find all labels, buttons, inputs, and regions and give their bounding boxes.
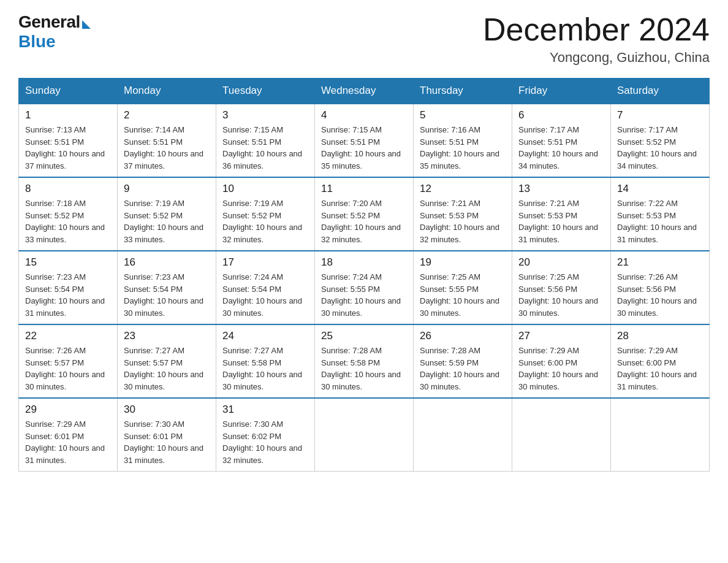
calendar-cell: 7 Sunrise: 7:17 AMSunset: 5:52 PMDayligh… [611, 104, 710, 177]
calendar-cell: 23 Sunrise: 7:27 AMSunset: 5:57 PMDaylig… [118, 324, 216, 398]
day-number: 28 [617, 330, 703, 342]
day-number: 29 [25, 404, 111, 416]
page-header: General Blue December 2024 Yongcong, Gui… [18, 12, 710, 66]
calendar-cell: 11 Sunrise: 7:20 AMSunset: 5:52 PMDaylig… [315, 177, 414, 251]
day-info: Sunrise: 7:15 AMSunset: 5:51 PMDaylight:… [321, 125, 401, 170]
calendar-cell [315, 398, 414, 472]
day-number: 14 [617, 183, 703, 195]
calendar-cell: 19 Sunrise: 7:25 AMSunset: 5:55 PMDaylig… [414, 251, 512, 324]
day-number: 15 [25, 256, 111, 269]
day-number: 16 [124, 256, 210, 269]
month-title: December 2024 [483, 12, 710, 47]
day-number: 12 [420, 183, 506, 195]
calendar-table: SundayMondayTuesdayWednesdayThursdayFrid… [18, 78, 710, 472]
day-info: Sunrise: 7:24 AMSunset: 5:54 PMDaylight:… [222, 272, 302, 318]
calendar-cell: 12 Sunrise: 7:21 AMSunset: 5:53 PMDaylig… [414, 177, 512, 251]
day-info: Sunrise: 7:17 AMSunset: 5:52 PMDaylight:… [617, 125, 697, 170]
day-info: Sunrise: 7:24 AMSunset: 5:55 PMDaylight:… [321, 272, 401, 318]
day-info: Sunrise: 7:29 AMSunset: 6:00 PMDaylight:… [617, 346, 697, 391]
day-info: Sunrise: 7:30 AMSunset: 6:01 PMDaylight:… [124, 419, 203, 465]
day-number: 8 [25, 183, 111, 195]
day-info: Sunrise: 7:21 AMSunset: 5:53 PMDaylight:… [420, 199, 499, 244]
day-info: Sunrise: 7:29 AMSunset: 6:00 PMDaylight:… [518, 346, 598, 391]
day-number: 11 [321, 183, 407, 195]
calendar-cell: 10 Sunrise: 7:19 AMSunset: 5:52 PMDaylig… [216, 177, 315, 251]
day-info: Sunrise: 7:22 AMSunset: 5:53 PMDaylight:… [617, 199, 697, 244]
weekday-header-friday: Friday [512, 79, 611, 104]
title-area: December 2024 Yongcong, Guizhou, China [483, 12, 710, 66]
calendar-cell: 20 Sunrise: 7:25 AMSunset: 5:56 PMDaylig… [512, 251, 611, 324]
day-info: Sunrise: 7:30 AMSunset: 6:02 PMDaylight:… [222, 419, 302, 465]
day-number: 3 [222, 109, 308, 121]
location-title: Yongcong, Guizhou, China [483, 50, 710, 66]
weekday-header-sunday: Sunday [19, 79, 118, 104]
weekday-header-thursday: Thursday [414, 79, 512, 104]
day-info: Sunrise: 7:13 AMSunset: 5:51 PMDaylight:… [25, 125, 105, 170]
day-info: Sunrise: 7:21 AMSunset: 5:53 PMDaylight:… [518, 199, 598, 244]
calendar-cell: 31 Sunrise: 7:30 AMSunset: 6:02 PMDaylig… [216, 398, 315, 472]
day-number: 19 [420, 256, 506, 269]
calendar-cell: 21 Sunrise: 7:26 AMSunset: 5:56 PMDaylig… [611, 251, 710, 324]
day-number: 20 [518, 256, 604, 269]
calendar-cell [512, 398, 611, 472]
calendar-cell: 9 Sunrise: 7:19 AMSunset: 5:52 PMDayligh… [118, 177, 216, 251]
day-number: 18 [321, 256, 407, 269]
calendar-cell: 2 Sunrise: 7:14 AMSunset: 5:51 PMDayligh… [118, 104, 216, 177]
calendar-cell: 18 Sunrise: 7:24 AMSunset: 5:55 PMDaylig… [315, 251, 414, 324]
day-info: Sunrise: 7:27 AMSunset: 5:58 PMDaylight:… [222, 346, 302, 391]
day-number: 6 [518, 109, 604, 121]
calendar-cell: 26 Sunrise: 7:28 AMSunset: 5:59 PMDaylig… [414, 324, 512, 398]
day-info: Sunrise: 7:26 AMSunset: 5:57 PMDaylight:… [25, 346, 105, 391]
day-number: 7 [617, 109, 703, 121]
calendar-cell: 5 Sunrise: 7:16 AMSunset: 5:51 PMDayligh… [414, 104, 512, 177]
day-number: 30 [124, 404, 210, 416]
calendar-cell: 1 Sunrise: 7:13 AMSunset: 5:51 PMDayligh… [19, 104, 118, 177]
weekday-header-monday: Monday [118, 79, 216, 104]
calendar-cell: 24 Sunrise: 7:27 AMSunset: 5:58 PMDaylig… [216, 324, 315, 398]
calendar-cell: 3 Sunrise: 7:15 AMSunset: 5:51 PMDayligh… [216, 104, 315, 177]
calendar-cell: 30 Sunrise: 7:30 AMSunset: 6:01 PMDaylig… [118, 398, 216, 472]
day-number: 1 [25, 109, 111, 121]
day-info: Sunrise: 7:25 AMSunset: 5:56 PMDaylight:… [518, 272, 598, 318]
day-number: 4 [321, 109, 407, 121]
day-info: Sunrise: 7:15 AMSunset: 5:51 PMDaylight:… [222, 125, 302, 170]
calendar-cell: 27 Sunrise: 7:29 AMSunset: 6:00 PMDaylig… [512, 324, 611, 398]
calendar-cell: 8 Sunrise: 7:18 AMSunset: 5:52 PMDayligh… [19, 177, 118, 251]
day-number: 24 [222, 330, 308, 342]
day-number: 10 [222, 183, 308, 195]
calendar-cell: 25 Sunrise: 7:28 AMSunset: 5:58 PMDaylig… [315, 324, 414, 398]
day-number: 25 [321, 330, 407, 342]
weekday-header-wednesday: Wednesday [315, 79, 414, 104]
calendar-cell [611, 398, 710, 472]
day-info: Sunrise: 7:28 AMSunset: 5:59 PMDaylight:… [420, 346, 499, 391]
day-number: 31 [222, 404, 308, 416]
day-info: Sunrise: 7:25 AMSunset: 5:55 PMDaylight:… [420, 272, 499, 318]
calendar-cell: 17 Sunrise: 7:24 AMSunset: 5:54 PMDaylig… [216, 251, 315, 324]
day-info: Sunrise: 7:14 AMSunset: 5:51 PMDaylight:… [124, 125, 203, 170]
day-info: Sunrise: 7:16 AMSunset: 5:51 PMDaylight:… [420, 125, 499, 170]
day-info: Sunrise: 7:29 AMSunset: 6:01 PMDaylight:… [25, 419, 105, 465]
calendar-cell: 14 Sunrise: 7:22 AMSunset: 5:53 PMDaylig… [611, 177, 710, 251]
day-info: Sunrise: 7:26 AMSunset: 5:56 PMDaylight:… [617, 272, 697, 318]
calendar-cell: 22 Sunrise: 7:26 AMSunset: 5:57 PMDaylig… [19, 324, 118, 398]
day-info: Sunrise: 7:23 AMSunset: 5:54 PMDaylight:… [25, 272, 105, 318]
calendar-cell: 6 Sunrise: 7:17 AMSunset: 5:51 PMDayligh… [512, 104, 611, 177]
day-info: Sunrise: 7:23 AMSunset: 5:54 PMDaylight:… [124, 272, 203, 318]
weekday-header-tuesday: Tuesday [216, 79, 315, 104]
day-number: 26 [420, 330, 506, 342]
day-number: 5 [420, 109, 506, 121]
day-number: 9 [124, 183, 210, 195]
day-number: 21 [617, 256, 703, 269]
day-number: 13 [518, 183, 604, 195]
calendar-cell: 4 Sunrise: 7:15 AMSunset: 5:51 PMDayligh… [315, 104, 414, 177]
day-number: 23 [124, 330, 210, 342]
calendar-cell: 16 Sunrise: 7:23 AMSunset: 5:54 PMDaylig… [118, 251, 216, 324]
day-info: Sunrise: 7:19 AMSunset: 5:52 PMDaylight:… [124, 199, 203, 244]
weekday-header-saturday: Saturday [611, 79, 710, 104]
day-number: 22 [25, 330, 111, 342]
day-info: Sunrise: 7:20 AMSunset: 5:52 PMDaylight:… [321, 199, 401, 244]
day-number: 27 [518, 330, 604, 342]
day-info: Sunrise: 7:27 AMSunset: 5:57 PMDaylight:… [124, 346, 203, 391]
calendar-cell: 29 Sunrise: 7:29 AMSunset: 6:01 PMDaylig… [19, 398, 118, 472]
calendar-cell: 28 Sunrise: 7:29 AMSunset: 6:00 PMDaylig… [611, 324, 710, 398]
